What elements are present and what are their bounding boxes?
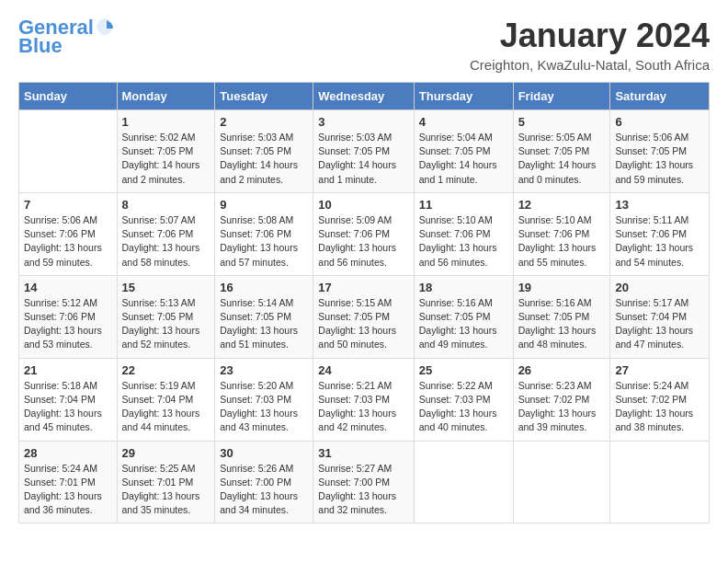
calendar-cell: 18Sunrise: 5:16 AMSunset: 7:05 PMDayligh…: [414, 275, 513, 358]
day-info-line: and 51 minutes.: [220, 339, 289, 350]
day-info: Sunrise: 5:16 AMSunset: 7:05 PMDaylight:…: [518, 296, 606, 352]
day-info-line: Daylight: 13 hours: [220, 325, 298, 336]
day-info-line: and 59 minutes.: [24, 257, 93, 268]
column-header-sunday: Sunday: [19, 83, 118, 110]
day-info: Sunrise: 5:21 AMSunset: 7:03 PMDaylight:…: [318, 379, 408, 435]
week-row-3: 14Sunrise: 5:12 AMSunset: 7:06 PMDayligh…: [19, 275, 710, 358]
day-number: 30: [220, 446, 308, 460]
day-info-line: and 56 minutes.: [419, 257, 488, 268]
day-info-line: Daylight: 13 hours: [615, 408, 693, 419]
day-info-line: Daylight: 13 hours: [24, 242, 102, 253]
calendar-cell: 20Sunrise: 5:17 AMSunset: 7:04 PMDayligh…: [610, 275, 710, 358]
day-info-line: Daylight: 13 hours: [518, 408, 597, 419]
calendar-cell: [414, 441, 513, 523]
column-header-monday: Monday: [117, 83, 215, 110]
day-info-line: Sunset: 7:04 PM: [615, 311, 687, 322]
day-info-line: Sunset: 7:06 PM: [24, 228, 96, 239]
day-info-line: Sunrise: 5:13 AM: [122, 297, 196, 308]
logo-icon: [95, 17, 115, 37]
day-info-line: Sunset: 7:04 PM: [24, 394, 96, 405]
day-info: Sunrise: 5:22 AMSunset: 7:03 PMDaylight:…: [419, 379, 508, 435]
calendar-cell: 11Sunrise: 5:10 AMSunset: 7:06 PMDayligh…: [414, 192, 513, 275]
calendar-cell: 22Sunrise: 5:19 AMSunset: 7:04 PMDayligh…: [117, 358, 215, 441]
day-info-line: Sunrise: 5:16 AM: [419, 297, 493, 308]
day-info-line: Daylight: 13 hours: [615, 242, 693, 253]
calendar-cell: 30Sunrise: 5:26 AMSunset: 7:00 PMDayligh…: [215, 441, 313, 523]
day-info-line: and 2 minutes.: [220, 174, 283, 185]
day-info-line: Sunrise: 5:20 AM: [220, 380, 293, 391]
day-number: 16: [220, 281, 308, 294]
day-info-line: Daylight: 13 hours: [419, 325, 497, 336]
day-info-line: and 35 minutes.: [122, 504, 191, 515]
day-info: Sunrise: 5:17 AMSunset: 7:04 PMDaylight:…: [615, 296, 704, 352]
day-info-line: and 47 minutes.: [615, 339, 684, 350]
day-info-line: and 40 minutes.: [419, 421, 488, 432]
day-info-line: Sunrise: 5:19 AM: [122, 380, 196, 391]
day-info-line: Sunrise: 5:02 AM: [122, 132, 196, 143]
calendar-cell: 27Sunrise: 5:24 AMSunset: 7:02 PMDayligh…: [610, 358, 710, 441]
day-info-line: Sunset: 7:05 PM: [318, 311, 390, 322]
day-info-line: Sunrise: 5:09 AM: [318, 214, 392, 225]
day-info-line: Sunset: 7:03 PM: [318, 394, 390, 405]
day-info: Sunrise: 5:06 AMSunset: 7:05 PMDaylight:…: [615, 131, 704, 187]
day-info: Sunrise: 5:10 AMSunset: 7:06 PMDaylight:…: [518, 213, 606, 270]
calendar-cell: 4Sunrise: 5:04 AMSunset: 7:05 PMDaylight…: [414, 110, 513, 193]
day-info: Sunrise: 5:24 AMSunset: 7:02 PMDaylight:…: [615, 379, 704, 435]
calendar-cell: 13Sunrise: 5:11 AMSunset: 7:06 PMDayligh…: [610, 192, 710, 275]
day-info-line: and 48 minutes.: [518, 339, 587, 350]
day-info-line: Sunset: 7:03 PM: [220, 394, 291, 405]
day-info-line: Daylight: 13 hours: [220, 408, 298, 419]
day-info: Sunrise: 5:26 AMSunset: 7:00 PMDaylight:…: [220, 462, 308, 518]
day-info-line: Daylight: 13 hours: [518, 325, 597, 336]
calendar-cell: 3Sunrise: 5:03 AMSunset: 7:05 PMDaylight…: [313, 110, 414, 193]
day-info-line: Sunset: 7:05 PM: [122, 311, 194, 322]
day-info-line: Daylight: 14 hours: [518, 159, 597, 170]
day-info: Sunrise: 5:11 AMSunset: 7:06 PMDaylight:…: [615, 213, 704, 270]
day-number: 9: [220, 198, 308, 212]
day-info-line: and 39 minutes.: [518, 421, 587, 432]
logo-blue-text: Blue: [18, 34, 63, 57]
calendar-cell: 10Sunrise: 5:09 AMSunset: 7:06 PMDayligh…: [313, 192, 414, 275]
calendar-cell: 5Sunrise: 5:05 AMSunset: 7:05 PMDaylight…: [513, 110, 610, 193]
day-info-line: Sunrise: 5:06 AM: [615, 132, 688, 143]
day-info-line: Sunset: 7:05 PM: [518, 311, 590, 322]
day-info: Sunrise: 5:10 AMSunset: 7:06 PMDaylight:…: [419, 213, 508, 270]
calendar-cell: 24Sunrise: 5:21 AMSunset: 7:03 PMDayligh…: [313, 358, 414, 441]
day-info-line: Sunset: 7:06 PM: [122, 228, 194, 239]
day-number: 27: [615, 363, 704, 377]
day-info-line: Sunrise: 5:07 AM: [122, 214, 196, 225]
day-info-line: Sunset: 7:00 PM: [318, 477, 390, 488]
day-info: Sunrise: 5:14 AMSunset: 7:05 PMDaylight:…: [220, 296, 308, 352]
calendar-cell: 1Sunrise: 5:02 AMSunset: 7:05 PMDaylight…: [117, 110, 215, 193]
day-info: Sunrise: 5:23 AMSunset: 7:02 PMDaylight:…: [518, 379, 606, 435]
day-info-line: Sunrise: 5:22 AM: [419, 380, 493, 391]
calendar-table: SundayMondayTuesdayWednesdayThursdayFrid…: [18, 82, 710, 523]
day-info-line: Sunset: 7:05 PM: [220, 145, 291, 156]
day-info-line: Daylight: 13 hours: [24, 325, 102, 336]
day-info: Sunrise: 5:03 AMSunset: 7:05 PMDaylight:…: [220, 131, 308, 187]
day-info-line: Sunrise: 5:04 AM: [419, 132, 493, 143]
calendar-cell: 31Sunrise: 5:27 AMSunset: 7:00 PMDayligh…: [313, 441, 414, 523]
calendar-header-row: SundayMondayTuesdayWednesdayThursdayFrid…: [19, 83, 710, 110]
calendar-cell: [610, 441, 710, 523]
calendar-cell: [513, 441, 610, 523]
day-info: Sunrise: 5:04 AMSunset: 7:05 PMDaylight:…: [419, 131, 508, 187]
week-row-5: 28Sunrise: 5:24 AMSunset: 7:01 PMDayligh…: [19, 441, 710, 523]
day-number: 21: [24, 363, 112, 377]
day-info-line: Sunset: 7:05 PM: [122, 145, 194, 156]
day-number: 4: [419, 115, 508, 129]
day-info-line: Daylight: 14 hours: [318, 159, 396, 170]
day-info: Sunrise: 5:16 AMSunset: 7:05 PMDaylight:…: [419, 296, 508, 352]
day-info-line: Sunrise: 5:11 AM: [615, 214, 688, 225]
calendar-cell: 19Sunrise: 5:16 AMSunset: 7:05 PMDayligh…: [513, 275, 610, 358]
day-info-line: and 2 minutes.: [122, 174, 186, 185]
day-info-line: Daylight: 13 hours: [24, 490, 102, 501]
day-number: 29: [122, 446, 210, 460]
calendar-cell: 12Sunrise: 5:10 AMSunset: 7:06 PMDayligh…: [513, 192, 610, 275]
day-number: 13: [615, 198, 704, 212]
day-info: Sunrise: 5:05 AMSunset: 7:05 PMDaylight:…: [518, 131, 606, 187]
day-info: Sunrise: 5:12 AMSunset: 7:06 PMDaylight:…: [24, 296, 112, 352]
day-info-line: Sunset: 7:04 PM: [122, 394, 194, 405]
day-info-line: Sunrise: 5:24 AM: [24, 463, 97, 474]
day-info-line: Daylight: 13 hours: [615, 325, 693, 336]
